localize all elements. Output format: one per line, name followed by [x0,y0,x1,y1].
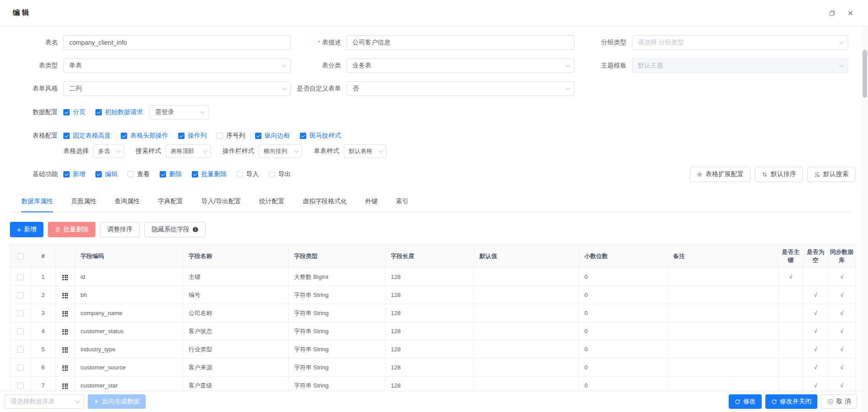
checkbox[interactable]: 初始数据请求 [95,108,143,116]
tab[interactable]: 虚拟字段格式化 [303,197,347,212]
restore-window-icon[interactable] [826,7,838,19]
reverse-generate-button[interactable]: 反向生成数据 [88,394,146,409]
cancel-button[interactable]: 取 消 [821,394,857,409]
cancel-circle-icon [827,398,834,405]
row-checkbox[interactable] [17,328,24,335]
drag-handle-icon[interactable] [62,383,68,389]
tab[interactable]: 导入/导出配置 [201,197,241,212]
header-field-length: 字段长度 [385,244,474,268]
table-type-label: 表类型 [13,62,63,70]
checkbox[interactable]: 编辑 [95,170,118,178]
cell-primary-key [778,286,803,304]
checkbox-label: 操作列 [188,132,207,140]
drag-handle-icon[interactable] [62,275,68,280]
adjust-sort-button[interactable]: 调整排序 [100,222,140,237]
dialog-body: 表名 *表描述 分组类型 请选择 分组类型 表类型 单表 表分类 业务表 主题模… [0,26,862,391]
row-checkbox[interactable] [17,274,24,280]
modify-and-close-button[interactable]: 修改并关闭 [765,394,817,409]
tab[interactable]: 数据库属性 [21,197,53,212]
auth-requirement-select[interactable]: 需登录 [149,105,209,120]
checkbox[interactable]: 新增 [63,170,85,178]
config-select[interactable]: 横向排列 [259,144,302,158]
row-checkbox[interactable] [17,364,24,371]
data-config-label: 数据配置 [13,108,63,116]
tab[interactable]: 统计配置 [259,197,285,212]
cell-field-code: customer_source [75,359,183,377]
cell-sync-db: √ [828,340,856,359]
config-select[interactable]: 多选 [93,144,124,158]
close-icon[interactable]: × [844,7,856,19]
table-row: 4 customer_status 客户状态 字符串 String 128 0 … [10,322,856,340]
form-style-select[interactable]: 二列 [63,81,291,96]
cell-decimal-digits: 0 [579,268,668,286]
modify-button[interactable]: 修改 [729,394,762,409]
checkbox[interactable]: 分页 [63,108,85,116]
add-field-button[interactable]: + 新增 [10,222,43,237]
row-checkbox[interactable] [17,310,24,316]
group-type-select[interactable]: 请选择 分组类型 [632,35,848,50]
checkbox[interactable]: 表格头部操作 [121,132,168,140]
cell-field-length: 128 [385,377,474,391]
cell-field-code: customer_star [75,377,183,391]
cell-primary-key: √ [778,268,803,286]
tab[interactable]: 索引 [396,197,408,212]
table-category-select[interactable]: 业务表 [346,58,574,73]
checkbox[interactable]: 批量删除 [192,170,227,178]
config-select-pair: 表格选择 多选 [63,144,124,158]
tab[interactable]: 页面属性 [71,197,96,212]
drag-handle-icon[interactable] [62,293,68,298]
config-select[interactable]: 表格顶部 [166,144,211,158]
cell-default-value [474,304,579,322]
drag-handle-icon[interactable] [62,329,68,335]
default-sort-button[interactable]: 默认排序 [755,167,803,182]
tab[interactable]: 字典配置 [158,197,183,212]
table-row: 1 id 主键 大整数 BigInt 128 0 √ √ [10,268,856,286]
default-search-button[interactable]: 默认搜索 [807,167,855,182]
table-desc-input[interactable] [346,35,574,50]
row-checkbox[interactable] [17,292,24,298]
config-select[interactable]: 默认表格 [344,144,386,158]
header-index: # [31,244,56,268]
checkbox[interactable]: 导出 [269,170,291,178]
table-type-select[interactable]: 单表 [63,58,291,73]
hide-system-fields-button[interactable]: 隐藏系统字段 [144,222,206,237]
checkbox[interactable]: 固定表格高度 [63,132,111,140]
table-name-input[interactable] [63,35,291,50]
cell-sync-db: √ [828,322,856,340]
cell-drag [56,340,75,359]
select-all-checkbox[interactable] [17,253,24,259]
checkbox[interactable]: 删除 [160,170,182,178]
checkbox[interactable]: 查看 [128,170,150,178]
table-desc-label: *表描述 [291,38,346,47]
db-table-select[interactable]: 请选择数据库表 [5,394,84,409]
table-expand-config-button[interactable]: 表格扩展配置 [690,167,750,182]
drag-handle-icon[interactable] [62,311,68,316]
drag-handle-icon[interactable] [62,365,68,371]
chevron-down-icon [200,110,205,114]
drag-handle-icon[interactable] [62,347,68,353]
cell-field-name: 客户星级 [183,377,289,391]
cell-remark [668,268,778,286]
checkbox[interactable]: 纵向边框 [255,132,290,140]
vertical-scrollbar[interactable] [862,26,868,412]
checkbox-box-icon [217,133,223,139]
checkbox-box-icon [95,171,102,177]
table-form: 表名 *表描述 分组类型 请选择 分组类型 表类型 单表 表分类 业务表 主题模… [13,35,862,96]
cell-sync-db: √ [828,268,856,286]
checkbox[interactable]: 导入 [237,170,259,178]
checkbox[interactable]: 序号列 [217,132,245,140]
row-checkbox[interactable] [17,346,24,353]
cell-primary-key [778,359,803,377]
custom-form-select[interactable]: 否 [346,81,574,96]
basic-functions-label: 基础功能 [13,170,63,178]
header-primary-key: 是否主键 [778,244,803,268]
checkbox[interactable]: 斑马纹样式 [300,132,341,140]
batch-delete-button[interactable]: 批量删除 [48,222,95,237]
checkbox[interactable]: 操作列 [178,132,207,140]
cell-drag [56,268,75,286]
scrollbar-thumb[interactable] [863,50,867,98]
tab[interactable]: 外键 [365,197,378,212]
row-checkbox[interactable] [17,383,24,389]
fields-table-wrap: # 字段编码 字段名称 字段类型 字段长度 默认值 小数位数 备注 是否主键 是… [10,244,851,391]
tab[interactable]: 查询属性 [114,197,140,212]
